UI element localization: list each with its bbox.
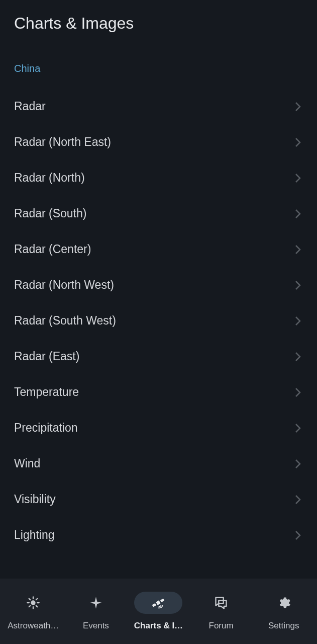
list-item-label: Wind	[14, 457, 40, 470]
list-item-label: Radar (East)	[14, 350, 79, 363]
list-item[interactable]: Visibility	[14, 481, 303, 517]
chevron-right-icon	[293, 209, 303, 219]
chevron-right-icon	[293, 280, 303, 290]
chevron-right-icon	[293, 173, 303, 183]
main-content: Charts & Images China RadarRadar (North …	[0, 0, 317, 579]
nav-icon-wrapper	[134, 592, 182, 614]
list-item-label: Visibility	[14, 493, 56, 506]
list-item-label: Radar (North East)	[14, 135, 111, 149]
nav-label: Forum	[209, 621, 234, 631]
list-item-label: Radar (Center)	[14, 243, 91, 256]
chevron-right-icon	[293, 102, 303, 112]
chevron-right-icon	[293, 387, 303, 397]
list-item-label: Radar	[14, 100, 46, 113]
list-item[interactable]: Lighting	[14, 517, 303, 553]
svg-rect-11	[160, 599, 164, 603]
list-item-label: Radar (North)	[14, 171, 85, 185]
charts-list: RadarRadar (North East)Radar (North)Rada…	[14, 89, 303, 553]
gear-icon	[276, 595, 291, 610]
svg-line-8	[36, 599, 37, 600]
nav-icon-wrapper	[72, 592, 120, 614]
list-item[interactable]: Temperature	[14, 374, 303, 410]
svg-line-5	[29, 599, 30, 600]
page-title: Charts & Images	[14, 14, 303, 33]
list-item[interactable]: Radar	[14, 89, 303, 124]
list-item[interactable]: Radar (South West)	[14, 303, 303, 339]
svg-line-7	[29, 606, 30, 607]
chevron-right-icon	[293, 459, 303, 469]
sun-icon	[26, 595, 41, 610]
list-item[interactable]: Radar (East)	[14, 339, 303, 374]
list-item[interactable]: Radar (South)	[14, 196, 303, 231]
satellite-icon	[151, 595, 166, 610]
chat-icon	[214, 595, 229, 610]
nav-item-sparkle[interactable]: Events	[65, 592, 128, 631]
list-item-label: Precipitation	[14, 421, 78, 435]
nav-icon-wrapper	[197, 592, 245, 614]
list-item[interactable]: Radar (North West)	[14, 267, 303, 303]
list-item[interactable]: Radar (Center)	[14, 231, 303, 267]
sparkle-icon	[88, 595, 103, 610]
list-item-label: Radar (North West)	[14, 278, 114, 292]
chevron-right-icon	[293, 245, 303, 255]
nav-item-chat[interactable]: Forum	[190, 592, 253, 631]
chevron-right-icon	[293, 316, 303, 326]
chevron-right-icon	[293, 530, 303, 540]
nav-item-satellite[interactable]: Charts & I…	[127, 592, 190, 631]
nav-label: Astroweath…	[8, 621, 59, 631]
nav-item-gear[interactable]: Settings	[252, 592, 315, 631]
chevron-right-icon	[293, 352, 303, 362]
nav-icon-wrapper	[260, 592, 308, 614]
chevron-right-icon	[293, 137, 303, 147]
list-item-label: Lighting	[14, 528, 55, 542]
section-header-china: China	[14, 63, 303, 74]
list-item-label: Radar (South)	[14, 207, 86, 220]
nav-icon-wrapper	[9, 592, 57, 614]
svg-rect-9	[156, 600, 161, 605]
list-item-label: Radar (South West)	[14, 314, 116, 328]
nav-label: Charts & I…	[134, 621, 183, 631]
list-item-label: Temperature	[14, 385, 79, 399]
svg-line-6	[36, 606, 37, 607]
list-item[interactable]: Radar (North)	[14, 160, 303, 196]
svg-point-0	[31, 600, 36, 605]
svg-rect-10	[152, 603, 156, 607]
chevron-right-icon	[293, 495, 303, 505]
nav-item-sun[interactable]: Astroweath…	[2, 592, 65, 631]
list-item[interactable]: Radar (North East)	[14, 124, 303, 160]
nav-label: Events	[83, 621, 109, 631]
chevron-right-icon	[293, 423, 303, 433]
list-item[interactable]: Wind	[14, 446, 303, 481]
nav-label: Settings	[268, 621, 299, 631]
bottom-nav: Astroweath…EventsCharts & I…ForumSetting…	[0, 579, 317, 644]
list-item[interactable]: Precipitation	[14, 410, 303, 446]
